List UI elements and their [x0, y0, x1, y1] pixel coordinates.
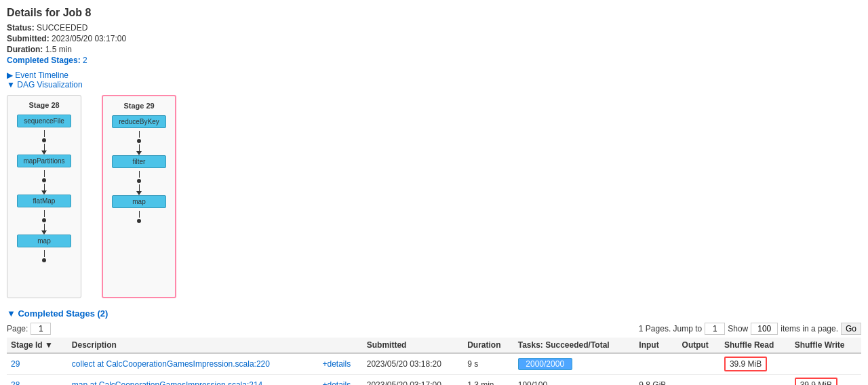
- col-details: [319, 338, 363, 353]
- shuffle-write-29: [791, 353, 861, 375]
- stage-id-link-28[interactable]: 28: [11, 380, 20, 385]
- stage-28-label: Stage 28: [13, 101, 75, 109]
- shuffle-write-highlight-28: 39.9 MiB: [795, 378, 837, 385]
- stage-28-box: Stage 28 sequenceFile mapPartitions flat…: [7, 95, 81, 298]
- duration-28: 1.3 min: [463, 375, 514, 386]
- node-flatMap: flatMap: [17, 195, 71, 207]
- shuffle-write-28: 39.9 MiB: [791, 375, 861, 386]
- connector-dot-bottom: [13, 258, 75, 262]
- status-label: Status:: [7, 23, 35, 33]
- top-right-pagination: 1 Pages. Jump to Show items in a page. G…: [639, 323, 861, 335]
- shuffle-read-28: [720, 375, 791, 386]
- col-output[interactable]: Output: [678, 338, 720, 353]
- go-button[interactable]: Go: [841, 323, 861, 335]
- connector-line: [44, 224, 45, 230]
- completed-stages-value[interactable]: 2: [83, 56, 87, 65]
- event-timeline-link[interactable]: ▶ Event Timeline: [7, 70, 861, 80]
- connector-line: [139, 211, 140, 218]
- stages-table: Stage Id ▼ Description Submitted Duratio…: [7, 338, 861, 385]
- tasks-progress-29: 2000/2000: [518, 358, 572, 370]
- description-link-28[interactable]: map at CalcCooperationGamesImpression.sc…: [72, 380, 262, 385]
- connector-line: [44, 210, 45, 217]
- stage-id-29: 29: [7, 353, 68, 375]
- page-title: Details for Job 8: [7, 7, 861, 19]
- node-reduceByKey: reduceByKey: [112, 115, 166, 128]
- dag-visualization-link[interactable]: ▼ DAG Visualization: [7, 80, 861, 89]
- shuffle-read-29: 39.9 MiB: [720, 353, 791, 375]
- details-link-29[interactable]: +details: [319, 353, 363, 375]
- col-stage-id[interactable]: Stage Id ▼: [7, 338, 68, 353]
- col-description[interactable]: Description: [68, 338, 319, 353]
- completed-stages-row: Completed Stages: 2: [7, 56, 861, 65]
- completed-stages-section: ▼ Completed Stages (2) Page: 1 Pages. Ju…: [7, 308, 861, 385]
- completed-stages-title[interactable]: ▼ Completed Stages (2): [7, 308, 861, 319]
- col-input[interactable]: Input: [635, 338, 677, 353]
- duration-value: 1.5 min: [45, 45, 72, 54]
- duration-29: 9 s: [463, 353, 514, 375]
- top-page-row: Page:: [7, 323, 51, 335]
- connector-line: [44, 144, 45, 150]
- pages-info: 1 Pages. Jump to: [639, 324, 702, 333]
- connector-dot: [108, 139, 170, 143]
- output-29: [678, 353, 720, 375]
- input-28: 9.8 GiB: [635, 375, 677, 386]
- connector-line: [139, 131, 140, 138]
- connector-line: [44, 130, 45, 137]
- stage-id-28: 28: [7, 375, 68, 386]
- description-29: collect at CalcCooperationGamesImpressio…: [68, 353, 319, 375]
- show-label: Show: [728, 324, 748, 333]
- node-map-29: map: [112, 195, 166, 208]
- input-29: [635, 353, 677, 375]
- submitted-row: Submitted: 2023/05/20 03:17:00: [7, 34, 861, 43]
- connector-dot: [13, 218, 75, 222]
- table-row: 28 map at CalcCooperationGamesImpression…: [7, 375, 861, 386]
- page-label: Page:: [7, 324, 28, 333]
- connector-line: [44, 170, 45, 177]
- col-shuffle-read[interactable]: Shuffle Read: [720, 338, 791, 353]
- page-input[interactable]: [31, 323, 51, 335]
- submitted-label: Submitted:: [7, 34, 50, 43]
- node-map-28: map: [17, 235, 71, 247]
- jump-to-input[interactable]: [705, 323, 725, 335]
- connector-line: [44, 250, 45, 257]
- dag-visualization: Stage 28 sequenceFile mapPartitions flat…: [7, 95, 861, 298]
- node-mapPartitions: mapPartitions: [17, 155, 71, 167]
- connector-line: [139, 171, 140, 178]
- connector-dot: [13, 138, 75, 142]
- col-duration[interactable]: Duration: [463, 338, 514, 353]
- duration-label: Duration:: [7, 45, 43, 54]
- status-row: Status: SUCCEEDED: [7, 23, 861, 33]
- col-tasks[interactable]: Tasks: Succeeded/Total: [514, 338, 635, 353]
- col-shuffle-write[interactable]: Shuffle Write: [791, 338, 861, 353]
- col-submitted[interactable]: Submitted: [363, 338, 463, 353]
- shuffle-read-highlight-29: 39.9 MiB: [724, 357, 767, 371]
- table-row: 29 collect at CalcCooperationGamesImpres…: [7, 353, 861, 375]
- connector-dot-bottom: [108, 219, 170, 223]
- details-link-28[interactable]: +details: [319, 375, 363, 386]
- submitted-29: 2023/05/20 03:18:20: [363, 353, 463, 375]
- items-label: items in a page.: [781, 324, 838, 333]
- table-header-row: Stage Id ▼ Description Submitted Duratio…: [7, 338, 861, 353]
- output-28: [678, 375, 720, 386]
- description-28: map at CalcCooperationGamesImpression.sc…: [68, 375, 319, 386]
- stage-29-box: Stage 29 reduceByKey filter map: [102, 95, 176, 298]
- tasks-29: 2000/2000: [514, 353, 635, 375]
- status-value: SUCCEEDED: [37, 23, 87, 33]
- completed-stages-label[interactable]: Completed Stages:: [7, 56, 81, 65]
- duration-row: Duration: 1.5 min: [7, 45, 861, 54]
- stage-29-label: Stage 29: [108, 102, 170, 110]
- connector-line: [139, 184, 140, 191]
- node-sequenceFile: sequenceFile: [17, 115, 71, 127]
- connector-dot: [108, 179, 170, 183]
- show-input[interactable]: [751, 323, 778, 335]
- submitted-28: 2023/05/20 03:17:00: [363, 375, 463, 386]
- node-filter: filter: [112, 155, 166, 168]
- connector-line: [44, 184, 45, 190]
- connector-line: [139, 144, 140, 151]
- connector-dot: [13, 178, 75, 182]
- submitted-value: 2023/05/20 03:17:00: [52, 34, 126, 43]
- description-link-29[interactable]: collect at CalcCooperationGamesImpressio…: [72, 359, 270, 369]
- tasks-28: 100/100: [514, 375, 635, 386]
- stage-id-link-29[interactable]: 29: [11, 359, 20, 369]
